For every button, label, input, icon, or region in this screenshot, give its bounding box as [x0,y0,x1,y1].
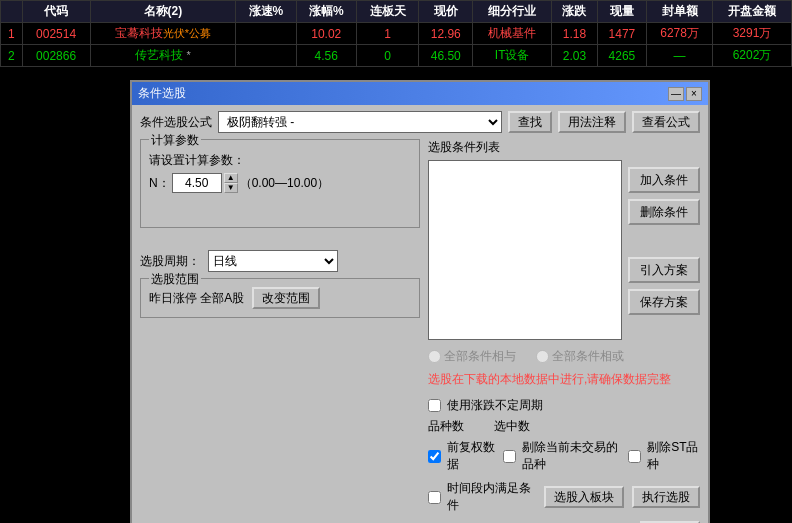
use-volatility-row: 使用涨跌不定周期 [428,397,700,414]
formula-label: 条件选股公式 [140,114,212,131]
period-select[interactable]: 日线 [208,250,338,272]
table-row[interactable]: 2 002866 传艺科技 * 4.56 0 46.50 IT设备 2.03 4… [1,45,792,67]
col-header-change-pct: 涨幅% [296,1,356,23]
radio-all-or: 全部条件相或 [536,348,624,365]
left-column: 计算参数 请设置计算参数： N： ▲ ▼ （0.00—10.00） [140,139,420,523]
change-range-button[interactable]: 改变范围 [252,287,320,309]
time-period-label: 时间段内满足条件 [447,480,536,514]
radio-or-input[interactable] [536,350,549,363]
cell-seal: 6278万 [647,23,713,45]
add-condition-button[interactable]: 加入条件 [628,167,700,193]
col-header-open-val: 开盘金额 [713,1,792,23]
range-text: 昨日涨停 全部A股 [149,290,244,307]
minimize-button[interactable]: — [668,87,684,101]
cell-vol: 4265 [597,45,646,67]
col-header-name: 名称(2) [90,1,236,23]
col-header-index [1,1,23,23]
remove-no-trade-label: 剔除当前未交易的品种 [522,439,622,473]
close-title-button[interactable]: × [686,87,702,101]
formula-select[interactable]: 极阴翻转强 - [218,111,502,133]
remove-st-label: 剔除ST品种 [647,439,700,473]
execute-button[interactable]: 执行选股 [632,486,700,508]
radio-and-label: 全部条件相与 [444,348,516,365]
prev-rights-label: 前复权数据 [447,439,497,473]
spin-up[interactable]: ▲ [224,173,238,183]
prev-rights-checkbox[interactable] [428,450,441,463]
delete-condition-button[interactable]: 删除条件 [628,199,700,225]
time-period-row: 时间段内满足条件 [428,480,536,514]
params-group-title: 计算参数 [149,132,201,149]
titlebar-buttons: — × [668,87,702,101]
col-header-industry: 细分行业 [473,1,552,23]
dialog-titlebar: 条件选股 — × [132,82,708,105]
table-row[interactable]: 1 002514 宝蓦科技光伏*公募 10.02 1 12.96 机械基件 1.… [1,23,792,45]
col-header-vol: 现量 [597,1,646,23]
cell-price: 12.96 [419,23,473,45]
save-scheme-button[interactable]: 保存方案 [628,289,700,315]
use-volatility-label: 使用涨跌不定周期 [447,397,543,414]
range-group-title: 选股范围 [149,271,201,288]
conditions-list-area: 选股条件列表 [428,139,622,344]
spin-down[interactable]: ▼ [224,183,238,193]
period-row: 选股周期： 日线 [140,250,420,272]
dialog-title: 条件选股 [138,85,186,102]
cell-name: 传艺科技 * [90,45,236,67]
cell-change: 1.18 [552,23,598,45]
col-header-change: 涨跌 [552,1,598,23]
count-area: 品种数 选中数 [428,418,700,435]
radio-and-input[interactable] [428,350,441,363]
formula-button[interactable]: 查看公式 [632,111,700,133]
cell-change-pct: 4.56 [296,45,356,67]
radio-or-label: 全部条件相或 [552,348,624,365]
import-scheme-button[interactable]: 引入方案 [628,257,700,283]
bottom-row: 时间段内满足条件 选股入板块 执行选股 [428,477,700,517]
time-period-checkbox[interactable] [428,491,441,504]
col-header-code: 代码 [22,1,90,23]
remove-no-trade-checkbox[interactable] [503,450,516,463]
stock-board-button[interactable]: 选股入板块 [544,486,624,508]
cell-index: 1 [1,23,23,45]
col-header-speed: 涨速% [236,1,296,23]
n-input-group: N： ▲ ▼ （0.00—10.00） [149,173,411,193]
param-desc: 请设置计算参数： [149,152,411,169]
conditions-dialog: 条件选股 — × 条件选股公式 极阴翻转强 - 查找 用法注释 查看公式 计算参… [130,80,710,523]
cell-seal: — [647,45,713,67]
col-header-seal: 封单额 [647,1,713,23]
usage-button[interactable]: 用法注释 [558,111,626,133]
remove-st-checkbox[interactable] [628,450,641,463]
n-range: （0.00—10.00） [240,175,329,192]
right-col-inner: 选股条件列表 加入条件 删除条件 引入方案 保存方案 [428,139,700,344]
cell-industry: IT设备 [473,45,552,67]
n-label: N： [149,175,170,192]
spin-buttons: ▲ ▼ [224,173,238,193]
prev-rights-row: 前复权数据 剔除当前未交易的品种 剔除ST品种 [428,439,700,473]
col-header-price: 现价 [419,1,473,23]
n-value-input[interactable] [172,173,222,193]
spacer [149,193,411,223]
count-label2: 选中数 [494,418,530,435]
period-label: 选股周期： [140,253,200,270]
cell-vol: 1477 [597,23,646,45]
split-layout: 计算参数 请设置计算参数： N： ▲ ▼ （0.00—10.00） [140,139,700,523]
checkbox-area: 使用涨跌不定周期 品种数 选中数 前复权数据 剔除当前未交易的品种 剔除ST品种 [428,394,700,523]
spacer3 [628,231,700,251]
cell-limit-num: 1 [356,23,418,45]
radio-row: 全部条件相与 全部条件相或 [428,348,700,365]
find-button[interactable]: 查找 [508,111,552,133]
cell-speed [236,45,296,67]
radio-all-and: 全部条件相与 [428,348,516,365]
condition-buttons: 加入条件 删除条件 引入方案 保存方案 [628,139,700,344]
cell-name: 宝蓦科技光伏*公募 [90,23,236,45]
use-volatility-checkbox[interactable] [428,399,441,412]
formula-row: 条件选股公式 极阴翻转强 - 查找 用法注释 查看公式 [140,111,700,133]
conditions-list [428,160,622,340]
stock-table: 代码 名称(2) 涨速% 涨幅% 连板天 现价 细分行业 涨跌 现量 封单额 开… [0,0,792,67]
right-column: 选股条件列表 加入条件 删除条件 引入方案 保存方案 [428,139,700,523]
cell-open-val: 3291万 [713,23,792,45]
cell-limit-num: 0 [356,45,418,67]
dialog-body: 条件选股公式 极阴翻转强 - 查找 用法注释 查看公式 计算参数 请设置计算参数… [132,105,708,523]
count-label1: 品种数 [428,418,464,435]
col-header-limit-days: 连板天 [356,1,418,23]
cell-open-val: 6202万 [713,45,792,67]
cell-code: 002866 [22,45,90,67]
